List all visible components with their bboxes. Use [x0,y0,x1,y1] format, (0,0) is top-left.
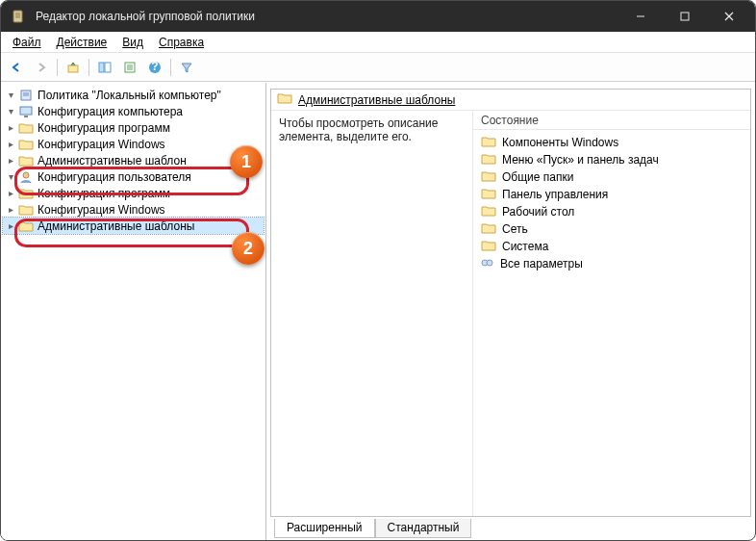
menu-view[interactable]: Вид [114,34,151,51]
maximize-button[interactable] [663,1,707,32]
column-header-state[interactable]: Состояние [473,111,750,130]
folder-icon [481,188,496,202]
expand-icon[interactable]: ▸ [5,204,16,216]
tree-cc-windows[interactable]: ▸ Конфигурация Windows [3,136,264,152]
svg-rect-0 [13,11,22,22]
tree-cc-admin[interactable]: ▸ Административные шаблон [3,152,264,168]
folder-icon [481,170,496,185]
list-item[interactable]: Рабочий стол [479,203,744,220]
tree-label: Конфигурация пользователя [36,170,191,184]
menu-file[interactable]: Файл [5,34,49,51]
settings-icon [481,257,494,271]
folder-icon [18,121,34,135]
item-label: Система [502,240,548,253]
tree-cc-software[interactable]: ▸ Конфигурация программ [3,119,264,136]
svg-rect-20 [20,107,32,115]
tree-uc-windows[interactable]: ▸ Конфигурация Windows [3,201,264,218]
list-item[interactable]: Компоненты Windows [479,134,744,151]
breadcrumb: Административные шаблоны [271,90,750,111]
svg-point-22 [23,172,29,178]
svg-rect-10 [105,63,111,72]
breadcrumb-label: Административные шаблоны [298,93,455,107]
tree-computer-config[interactable]: ▾ Конфигурация компьютера [3,103,264,119]
list-item[interactable]: Система [479,238,744,255]
tree-uc-software[interactable]: ▸ Конфигурация программ [3,185,264,201]
item-label: Все параметры [500,257,583,270]
list-panel: Состояние Компоненты Windows Меню «Пуск»… [473,111,750,516]
tree-label: Административные шаблоны [36,219,194,233]
menu-bar: Файл Действие Вид Справка [1,32,755,53]
svg-text:?: ? [151,61,158,73]
item-label: Общие папки [502,170,573,184]
list-item[interactable]: Общие папки [479,168,744,186]
svg-rect-21 [24,116,28,117]
tree-label: Конфигурация Windows [36,138,165,151]
tree-user-config[interactable]: ▾ Конфигурация пользователя [3,168,264,185]
item-list: Компоненты Windows Меню «Пуск» и панель … [473,130,750,276]
content-body: Административные шаблоны Чтобы просмотре… [270,89,751,517]
filter-button[interactable] [175,57,198,78]
svg-rect-8 [68,65,78,72]
toolbar-separator [88,59,89,76]
svg-rect-5 [681,13,689,20]
tab-extended[interactable]: Расширенный [274,519,375,538]
item-label: Меню «Пуск» и панель задач [502,153,659,167]
collapse-icon[interactable]: ▾ [5,171,16,183]
menu-action[interactable]: Действие [49,34,115,51]
tree-root[interactable]: ▾ Политика "Локальный компьютер" [3,87,264,103]
tree-label: Конфигурация компьютера [36,105,183,118]
folder-icon [18,138,34,151]
minimize-button[interactable] [618,1,663,32]
main-area: ▾ Политика "Локальный компьютер" ▾ Конфи… [1,82,755,540]
folder-icon [18,154,34,167]
expand-icon[interactable]: ▸ [5,155,16,167]
folder-icon [18,219,34,233]
folder-icon [18,203,34,217]
computer-icon [18,105,34,118]
title-bar: Редактор локальной групповой политики [1,1,755,32]
help-button[interactable]: ? [143,57,166,78]
expand-icon[interactable]: ▸ [5,139,16,150]
list-item[interactable]: Меню «Пуск» и панель задач [479,151,744,168]
tab-standard[interactable]: Стандартный [375,519,472,538]
up-button[interactable] [62,57,85,78]
collapse-icon[interactable]: ▾ [5,106,16,117]
list-item[interactable]: Панель управления [479,186,744,203]
forward-button[interactable] [30,57,53,78]
content-pane: Административные шаблоны Чтобы просмотре… [266,83,755,540]
svg-rect-9 [99,63,104,72]
tree-label: Конфигурация Windows [36,203,165,217]
window-title: Редактор локальной групповой политики [36,10,609,23]
folder-icon [277,92,292,107]
tree-uc-admin[interactable]: ▸ Административные шаблоны [3,218,264,234]
expand-icon[interactable]: ▸ [5,188,16,199]
folder-icon [481,136,496,150]
content-columns: Чтобы просмотреть описание элемента, выд… [271,111,750,516]
tree-label: Конфигурация программ [36,187,170,200]
tree-label: Политика "Локальный компьютер" [36,89,221,102]
menu-help[interactable]: Справка [151,34,212,51]
export-list-button[interactable] [118,57,141,78]
item-label: Рабочий стол [502,205,574,219]
window-controls [618,1,751,32]
svg-point-24 [487,260,492,266]
folder-icon [481,240,496,254]
list-item[interactable]: Сеть [479,220,744,238]
show-hide-tree-button[interactable] [93,57,116,78]
description-panel: Чтобы просмотреть описание элемента, выд… [271,111,473,516]
toolbar: ? [1,53,755,82]
item-label: Компоненты Windows [502,136,618,149]
back-button[interactable] [5,57,28,78]
toolbar-separator [170,59,171,76]
toolbar-separator [57,59,58,76]
user-icon [18,170,34,184]
list-item[interactable]: Все параметры [479,255,744,272]
collapse-icon[interactable]: ▾ [5,90,16,101]
tree-label: Конфигурация программ [36,121,170,135]
close-button[interactable] [707,1,751,32]
expand-icon[interactable]: ▸ [5,220,16,232]
tabs: Расширенный Стандартный [270,517,751,538]
description-text: Чтобы просмотреть описание элемента, выд… [279,116,438,143]
folder-icon [481,153,496,167]
expand-icon[interactable]: ▸ [5,122,16,134]
